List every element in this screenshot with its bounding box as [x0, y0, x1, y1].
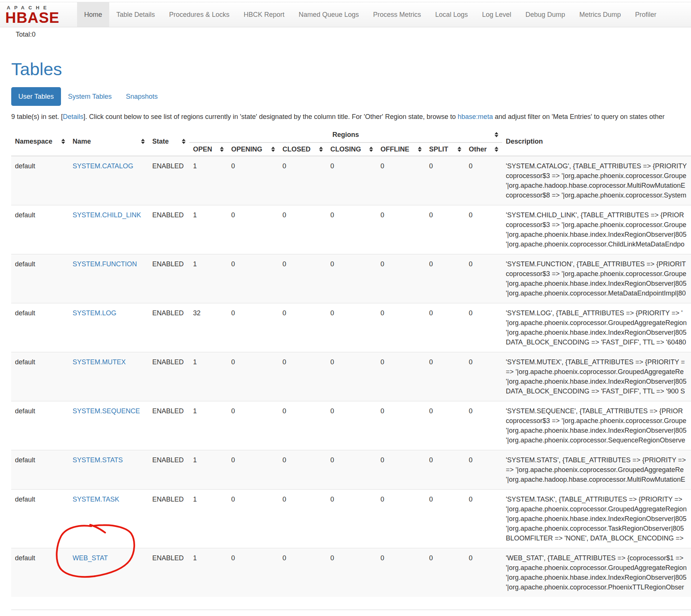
region-count-closed[interactable]: 0	[279, 450, 327, 490]
region-count-closing[interactable]: 0	[327, 352, 377, 401]
region-count-other[interactable]: 0	[465, 450, 502, 490]
nav-item-home[interactable]: Home	[77, 2, 109, 27]
sort-icon[interactable]	[369, 147, 373, 152]
sort-icon[interactable]	[271, 147, 275, 152]
table-name-link[interactable]: SYSTEM.TASK	[73, 496, 119, 503]
table-name-link[interactable]: SYSTEM.SEQUENCE	[73, 407, 140, 415]
region-count-offline[interactable]: 0	[377, 303, 425, 352]
region-count-other[interactable]: 0	[465, 352, 502, 401]
sort-icon[interactable]	[182, 139, 186, 144]
region-count-offline[interactable]: 0	[377, 254, 425, 303]
table-name-link[interactable]: SYSTEM.STATS	[73, 456, 123, 464]
region-count-open[interactable]: 1	[189, 490, 227, 548]
region-count-closing[interactable]: 0	[327, 490, 377, 548]
region-count-split[interactable]: 0	[425, 548, 465, 597]
region-count-opening[interactable]: 0	[227, 254, 279, 303]
region-count-other[interactable]: 0	[465, 490, 502, 548]
region-count-other[interactable]: 0	[465, 205, 502, 254]
region-count-split[interactable]: 0	[425, 352, 465, 401]
nav-item-metrics-dump[interactable]: Metrics Dump	[572, 2, 628, 27]
region-count-open[interactable]: 1	[189, 254, 227, 303]
sort-icon[interactable]	[495, 147, 498, 152]
sort-icon[interactable]	[141, 139, 145, 144]
region-count-split[interactable]: 0	[425, 205, 465, 254]
region-count-closing[interactable]: 0	[327, 450, 377, 490]
region-count-opening[interactable]: 0	[227, 303, 279, 352]
nav-item-debug-dump[interactable]: Debug Dump	[519, 2, 572, 27]
region-count-opening[interactable]: 0	[227, 548, 279, 597]
nav-item-process-metrics[interactable]: Process Metrics	[366, 2, 428, 27]
nav-item-hbck-report[interactable]: HBCK Report	[236, 2, 291, 27]
sort-icon[interactable]	[458, 147, 461, 152]
region-count-closing[interactable]: 0	[327, 401, 377, 450]
nav-item-procedures-locks[interactable]: Procedures & Locks	[162, 2, 236, 27]
table-name-link[interactable]: SYSTEM.MUTEX	[73, 358, 126, 366]
region-count-other[interactable]: 0	[465, 401, 502, 450]
sort-icon[interactable]	[495, 132, 498, 137]
table-name-link[interactable]: SYSTEM.LOG	[73, 309, 116, 317]
region-count-offline[interactable]: 0	[377, 156, 425, 205]
region-count-closing[interactable]: 0	[327, 205, 377, 254]
nav-item-local-logs[interactable]: Local Logs	[428, 2, 475, 27]
table-name-link[interactable]: SYSTEM.CATALOG	[73, 162, 133, 170]
region-count-split[interactable]: 0	[425, 303, 465, 352]
region-count-opening[interactable]: 0	[227, 490, 279, 548]
table-name-link[interactable]: SYSTEM.CHILD_LINK	[73, 211, 141, 219]
region-count-other[interactable]: 0	[465, 303, 502, 352]
region-count-closed[interactable]: 0	[279, 303, 327, 352]
region-count-closed[interactable]: 0	[279, 205, 327, 254]
region-count-closed[interactable]: 0	[279, 156, 327, 205]
region-count-closed[interactable]: 0	[279, 352, 327, 401]
region-count-opening[interactable]: 0	[227, 401, 279, 450]
region-count-opening[interactable]: 0	[227, 352, 279, 401]
nav-item-log-level[interactable]: Log Level	[475, 2, 518, 27]
region-count-open[interactable]: 1	[189, 450, 227, 490]
region-count-opening[interactable]: 0	[227, 450, 279, 490]
nav-item-profiler[interactable]: Profiler	[628, 2, 664, 27]
region-count-opening[interactable]: 0	[227, 156, 279, 205]
table-name-link[interactable]: SYSTEM.FUNCTION	[73, 260, 137, 268]
region-count-offline[interactable]: 0	[377, 205, 425, 254]
region-count-open[interactable]: 1	[189, 352, 227, 401]
region-count-closed[interactable]: 0	[279, 254, 327, 303]
sort-icon[interactable]	[61, 139, 65, 144]
region-count-closed[interactable]: 0	[279, 490, 327, 548]
region-count-opening[interactable]: 0	[227, 205, 279, 254]
region-count-closed[interactable]: 0	[279, 548, 327, 597]
hbase-logo[interactable]: APACHE HBASE	[4, 2, 77, 27]
region-count-split[interactable]: 0	[425, 401, 465, 450]
region-count-closed[interactable]: 0	[279, 401, 327, 450]
region-count-open[interactable]: 1	[189, 205, 227, 254]
table-name-link[interactable]: WEB_STAT	[73, 554, 108, 562]
sort-icon[interactable]	[220, 147, 224, 152]
nav-item-table-details[interactable]: Table Details	[109, 2, 162, 27]
region-count-closing[interactable]: 0	[327, 156, 377, 205]
region-count-other[interactable]: 0	[465, 156, 502, 205]
region-count-open[interactable]: 1	[189, 156, 227, 205]
region-count-closing[interactable]: 0	[327, 548, 377, 597]
region-count-closing[interactable]: 0	[327, 303, 377, 352]
region-count-other[interactable]: 0	[465, 254, 502, 303]
region-count-closing[interactable]: 0	[327, 254, 377, 303]
region-count-split[interactable]: 0	[425, 254, 465, 303]
nav-item-named-queue-logs[interactable]: Named Queue Logs	[291, 2, 366, 27]
region-count-split[interactable]: 0	[425, 490, 465, 548]
region-count-other[interactable]: 0	[465, 548, 502, 597]
tab-snapshots[interactable]: Snapshots	[119, 87, 165, 106]
region-count-open[interactable]: 1	[189, 401, 227, 450]
sort-icon[interactable]	[319, 147, 323, 152]
region-count-offline[interactable]: 0	[377, 490, 425, 548]
details-link[interactable]: Details	[63, 113, 83, 120]
region-count-split[interactable]: 0	[425, 450, 465, 490]
region-count-offline[interactable]: 0	[377, 352, 425, 401]
region-count-offline[interactable]: 0	[377, 401, 425, 450]
region-count-open[interactable]: 1	[189, 548, 227, 597]
tab-system-tables[interactable]: System Tables	[61, 87, 119, 106]
region-count-split[interactable]: 0	[425, 156, 465, 205]
region-count-offline[interactable]: 0	[377, 548, 425, 597]
region-count-open[interactable]: 32	[189, 303, 227, 352]
region-count-offline[interactable]: 0	[377, 450, 425, 490]
tab-user-tables[interactable]: User Tables	[11, 87, 61, 106]
hbase-meta-link[interactable]: hbase:meta	[458, 113, 493, 120]
sort-icon[interactable]	[418, 147, 422, 152]
